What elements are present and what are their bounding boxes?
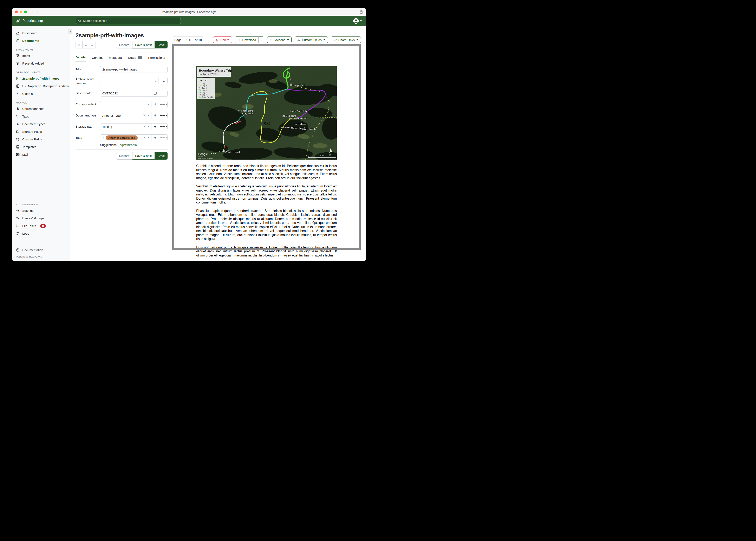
tags-select[interactable]: ✕ Another Sample Tag ✕ xyxy=(100,135,151,141)
add-document-type-button[interactable]: + xyxy=(151,112,159,119)
zoom-window-button[interactable] xyxy=(24,11,27,13)
calendar-button[interactable] xyxy=(151,90,159,97)
asn-plus-one-button[interactable]: +1 xyxy=(158,77,167,84)
island-label: New York Island xyxy=(238,110,253,112)
save-group-top: Discard Save & next Save xyxy=(116,41,168,48)
save-button-bottom[interactable]: Save xyxy=(155,152,168,160)
sidebar-item-document-types[interactable]: # Document Types xyxy=(12,120,70,128)
discard-button[interactable]: Discard xyxy=(116,41,132,48)
svg-text:Boundary Waters Trip: Boundary Waters Trip xyxy=(199,69,232,72)
save-next-button[interactable]: Save & next xyxy=(132,41,155,48)
svg-text:Day 3: Day 3 xyxy=(202,87,207,89)
remove-tag-icon[interactable]: ✕ xyxy=(102,137,105,139)
download-button[interactable]: Download xyxy=(235,37,259,43)
svg-text:Day 6: Day 6 xyxy=(202,94,207,96)
previous-document-button[interactable]: ← xyxy=(82,41,89,48)
sidebar-item-recently-added[interactable]: Recently Added xyxy=(12,60,70,67)
sidebar-item-storage-paths[interactable]: Storage Paths xyxy=(12,128,70,136)
document-type-select[interactable]: Another Type ✕ xyxy=(100,112,151,119)
tab-content[interactable]: Content xyxy=(92,55,103,61)
paragraph: Duis non tincidunt purus. Nam quis sapie… xyxy=(196,245,337,258)
back-icon[interactable]: ‹ xyxy=(31,10,33,14)
chevron-down-icon xyxy=(357,39,358,40)
filter-icon xyxy=(16,54,20,58)
sidebar-item-file-tasks[interactable]: File Tasks 16 xyxy=(12,222,70,230)
map-copyright: © 2017 Google xyxy=(198,156,206,158)
filter-by-document-type-button[interactable] xyxy=(159,112,167,119)
stepper-arrows-icon[interactable] xyxy=(189,39,191,41)
svg-text:Day 5: Day 5 xyxy=(202,92,207,94)
notes-count-badge: 1 xyxy=(138,56,142,59)
sidebar-item-custom-fields[interactable]: Custom Fields xyxy=(12,136,70,143)
clear-icon[interactable]: ✕ xyxy=(143,125,146,128)
actions-button[interactable]: ••• Actions xyxy=(267,37,292,43)
user-menu[interactable] xyxy=(353,18,362,24)
share-icon[interactable] xyxy=(359,10,363,15)
custom-fields-button[interactable]: Custom Fields xyxy=(295,37,328,43)
sidebar-item-documentation[interactable]: Documentation xyxy=(12,246,70,254)
sidebar-item-settings[interactable]: Settings xyxy=(12,207,70,215)
sidebar-item-documents[interactable]: Documents xyxy=(12,37,70,45)
sidebar-item-correspondents[interactable]: Correspondents xyxy=(12,105,70,113)
sidebar-item-dashboard[interactable]: Dashboard xyxy=(12,29,70,37)
close-document-button[interactable]: ✕ xyxy=(76,41,82,48)
close-window-button[interactable] xyxy=(15,11,18,13)
archive-serial-number-field[interactable] xyxy=(102,79,153,82)
suggestion-link[interactable]: TagWithPartial xyxy=(118,143,137,147)
tag-chip[interactable]: Another Sample Tag xyxy=(106,136,138,140)
download-menu-button[interactable] xyxy=(259,37,264,43)
delete-button[interactable]: Delete xyxy=(213,37,232,43)
chevron-down-icon xyxy=(360,20,362,21)
tab-permissions[interactable]: Permissions xyxy=(148,55,165,61)
island-label: Charlies Island xyxy=(225,151,240,153)
search-input[interactable]: Search documents xyxy=(76,18,181,24)
tab-metadata[interactable]: Metadata xyxy=(109,55,122,61)
next-document-button[interactable]: → xyxy=(89,41,96,48)
share-links-button[interactable]: Share Links xyxy=(331,37,361,43)
sidebar-close-all[interactable]: × Close all xyxy=(12,90,70,98)
sidebar-item-users-groups[interactable]: Users & Groups xyxy=(12,215,70,222)
add-correspondent-button[interactable]: + xyxy=(151,101,159,108)
sidebar-open-doc-2sample[interactable]: 2sample-pdf-with-images xyxy=(12,75,70,82)
save-next-button-bottom[interactable]: Save & next xyxy=(132,152,155,160)
discard-button-bottom[interactable]: Discard xyxy=(116,152,132,160)
island-label: Indian Grave Island xyxy=(290,110,309,112)
page-number-stepper[interactable]: 1 xyxy=(184,37,193,43)
correspondent-select[interactable] xyxy=(100,101,151,108)
sidebar-open-doc-h7-napoleon[interactable]: H7_Napoleon_Bonaparte_zadanie xyxy=(12,82,70,90)
forward-icon[interactable]: › xyxy=(36,10,38,14)
documents-icon xyxy=(16,39,20,43)
filter-by-correspondent-button[interactable] xyxy=(159,101,167,108)
sidebar-item-inbox[interactable]: Inbox xyxy=(12,52,70,60)
link-icon xyxy=(334,38,337,42)
sidebar-collapse-button[interactable]: « xyxy=(68,29,72,34)
leaf-icon xyxy=(16,19,20,23)
paragraph: Curabitur bibendum ante urna, sed blandi… xyxy=(196,164,337,180)
chevron-down-icon xyxy=(148,115,149,116)
clear-icon[interactable]: ✕ xyxy=(143,114,146,117)
tab-notes[interactable]: Notes1 xyxy=(128,55,142,61)
tab-details[interactable]: Details xyxy=(76,55,86,61)
filter-by-storage-path-button[interactable] xyxy=(159,124,167,130)
minimize-window-button[interactable] xyxy=(20,11,22,13)
map-legend: Legend Day 1 xyxy=(197,78,215,99)
stepper-arrows-icon[interactable] xyxy=(155,80,156,82)
sidebar-item-logs[interactable]: Logs xyxy=(12,230,70,237)
sidebar-item-templates[interactable]: Templates xyxy=(12,143,70,151)
template-icon xyxy=(16,145,20,149)
window-title: 2sample-pdf-with-images - Paperless-ngx xyxy=(12,10,366,14)
date-created-field[interactable] xyxy=(102,92,149,95)
trash-icon xyxy=(216,38,219,42)
sidebar-item-tags[interactable]: Tags xyxy=(12,113,70,120)
sidebar-item-mail[interactable]: Mail xyxy=(12,151,70,158)
add-tag-button[interactable]: + xyxy=(151,135,159,141)
filter-by-date-button[interactable] xyxy=(159,90,167,97)
save-button[interactable]: Save xyxy=(155,41,168,48)
add-storage-path-button[interactable]: + xyxy=(151,124,159,130)
filter-by-tag-button[interactable] xyxy=(159,135,167,141)
storage-path-select[interactable]: Testing 12 ✕ xyxy=(100,124,151,130)
title-field[interactable] xyxy=(102,68,165,71)
app-logo[interactable]: Paperless-ngx xyxy=(12,19,70,23)
clear-icon[interactable]: ✕ xyxy=(143,136,146,139)
ellipsis-icon: ••• xyxy=(270,38,274,42)
